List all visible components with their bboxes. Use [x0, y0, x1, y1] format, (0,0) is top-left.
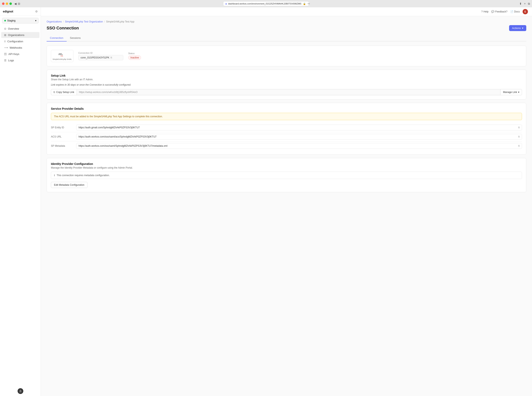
copy-setup-link-label: Copy Setup Link: [56, 91, 74, 93]
edit-metadata-label: Edit Metadata Configuration: [54, 183, 84, 186]
breadcrumb-org[interactable]: SimpleSAMLphp Test Organization: [65, 20, 103, 23]
env-status-dot: [4, 20, 6, 22]
page-title: SSO Connection: [47, 26, 79, 30]
sidebar-item-label: Logs: [8, 59, 14, 62]
svg-text:Simple: Simple: [59, 53, 62, 54]
chevron-down-icon: ▾: [522, 27, 523, 30]
titlebar-actions: ⬆ ＋ ⧉: [519, 2, 530, 6]
metadata-warning-text: This connection requires metadata config…: [57, 174, 110, 177]
copy-connection-id-icon[interactable]: ⎘: [111, 56, 112, 59]
help-icon: ?: [481, 10, 483, 13]
page-content: Organizations / SimpleSAMLphp Test Organ…: [41, 16, 532, 200]
copy-setup-link-button[interactable]: ⎘ Copy Setup Link: [51, 89, 77, 95]
docs-label: Docs: [514, 10, 520, 13]
service-provider-title: Service Provider Details: [51, 107, 522, 110]
sidebar-item-logs[interactable]: ☰ Logs: [1, 58, 40, 63]
manage-link-button[interactable]: Manage Link ▾: [500, 89, 522, 95]
new-tab-button[interactable]: ＋: [523, 2, 526, 6]
webhooks-icon: ⟶: [4, 46, 8, 49]
idp-title: Identity Provider Configuration: [51, 162, 522, 165]
share-button[interactable]: ⬆: [519, 2, 522, 5]
help-link[interactable]: ? Help: [481, 10, 488, 13]
acs-url-value-box: https://auth.workos.com/sso/saml/acs/Sph…: [76, 134, 522, 140]
tabs-button[interactable]: ⧉: [528, 2, 530, 6]
sidebar-header: edignot ⚙: [0, 7, 41, 16]
back-button[interactable]: ◀: [14, 2, 17, 5]
edit-metadata-button[interactable]: Edit Metadata Configuration: [51, 182, 88, 188]
copy-sp-metadata-icon[interactable]: ⎘: [518, 145, 520, 147]
acs-url-label: ACS URL: [51, 135, 73, 138]
setup-link-title: Setup Link: [51, 74, 522, 77]
api-keys-icon: ⚿: [4, 52, 7, 56]
service-provider-card: Service Provider Details The ACS URL mus…: [47, 103, 526, 155]
lock-icon: 🔒: [303, 2, 306, 5]
sidebar-item-label: Organizations: [8, 34, 24, 37]
svg-text:SAML: SAML: [60, 56, 63, 57]
sidebar-item-api-keys[interactable]: ⚿ API Keys: [1, 51, 40, 57]
svg-text:SAMLphp: SAMLphp: [58, 54, 63, 55]
copy-acs-url-icon[interactable]: ⎘: [518, 135, 520, 138]
setup-link-card: Setup Link Share the Setup Link with an …: [47, 70, 526, 99]
sidebar-bottom: [0, 386, 41, 396]
configuration-icon: ⁞⁞: [4, 40, 6, 43]
info-icon: ℹ: [54, 174, 55, 177]
sp-entity-id-row: SP Entity ID https://auth.gmail.com/Sphn…: [51, 123, 522, 132]
connection-id-label: Connection ID: [78, 52, 123, 54]
env-selector-left: Staging: [4, 19, 16, 22]
sp-metadata-value: https://auth.workos.com/sso/saml/SphndgM…: [78, 145, 167, 147]
sidebar-item-organizations[interactable]: ⊞ Organizations: [1, 32, 40, 38]
brand-name: edignot: [3, 10, 13, 13]
settings-icon[interactable]: ⚙: [35, 10, 38, 13]
topbar: ? Help 💬 Feedback? 📄 Docs E: [41, 7, 532, 16]
feedback-link[interactable]: 💬 Feedback?: [491, 10, 507, 13]
acs-warning-banner: The ACS URL must be added to the SimpleS…: [51, 113, 522, 120]
setup-link-row: ⎘ Copy Setup Link https://setup.workos.c…: [51, 89, 522, 95]
actions-label: Actions: [512, 27, 521, 30]
sidebar-item-overview[interactable]: ⊙ Overview: [1, 26, 40, 32]
sidebar-toggle[interactable]: ⊟: [18, 2, 20, 5]
tab-sessions[interactable]: Sessions: [67, 35, 84, 41]
copy-sp-entity-id-icon[interactable]: ⎘: [518, 126, 520, 129]
url-bar[interactable]: ● dashboard.workos.com/environment_01G25…: [223, 1, 309, 6]
help-label: Help: [484, 10, 489, 13]
actions-button[interactable]: Actions ▾: [509, 25, 526, 31]
feedback-icon: 💬: [491, 10, 494, 13]
url-text: dashboard.workos.com/environment_01G25ZH…: [228, 2, 301, 5]
copy-icon: ⎘: [53, 91, 55, 93]
setup-link-url: https://setup.workos.com/s/wKxcb9tj1IB5z…: [77, 89, 500, 95]
status-label: Status: [128, 52, 141, 55]
sidebar-item-label: Configuration: [7, 40, 23, 43]
docs-link[interactable]: 📄 Docs: [510, 10, 520, 13]
setup-link-desc: Share the Setup Link with an IT Admin.: [51, 78, 522, 81]
setup-link-warning: Link expires in 30 days or once the Conn…: [51, 83, 522, 86]
svg-point-1: [20, 390, 21, 391]
breadcrumb-organizations[interactable]: Organizations: [47, 20, 62, 23]
connection-info: Simple SAMLphp SAML SimpleSAMLphp SAML C…: [51, 50, 522, 62]
sp-entity-id-value-box: https://auth.gmail.com/SphndgMZhAkP0ZPS3…: [76, 125, 522, 130]
connection-card: Simple SAMLphp SAML SimpleSAMLphp SAML C…: [47, 46, 526, 66]
env-selector[interactable]: Staging ▾: [2, 18, 39, 23]
logs-icon: ☰: [4, 59, 6, 62]
close-button[interactable]: [2, 2, 5, 5]
minimize-button[interactable]: [6, 2, 8, 5]
feedback-label: Feedback?: [495, 10, 507, 13]
sidebar-item-webhooks[interactable]: ⟶ Webhooks: [1, 45, 40, 51]
manage-link-label: Manage Link: [503, 91, 517, 93]
tab-connection[interactable]: Connection: [47, 35, 67, 41]
organizations-icon: ⊞: [4, 34, 6, 37]
sidebar: edignot ⚙ Staging ▾ ⊙ Overview ⊞ Organiz…: [0, 7, 41, 396]
maximize-button[interactable]: [9, 2, 12, 5]
sidebar-item-label: Webhooks: [10, 46, 22, 49]
breadcrumb-sep-2: /: [104, 20, 105, 23]
sp-entity-id-value: https://auth.gmail.com/SphndgMZhAkP0ZPS3…: [78, 126, 140, 129]
site-icon: ●: [225, 2, 227, 5]
docs-icon: 📄: [510, 10, 513, 13]
breadcrumb-sep-1: /: [63, 20, 64, 23]
sidebar-item-configuration[interactable]: ⁞⁞ Configuration: [1, 38, 40, 44]
main-content: ? Help 💬 Feedback? 📄 Docs E Organization…: [41, 7, 532, 396]
user-avatar: [18, 388, 23, 394]
user-avatar-topbar[interactable]: E: [523, 9, 528, 14]
connection-id-box: conn_01GPEGG43Y51PK ⎘: [78, 55, 123, 60]
sp-entity-id-label: SP Entity ID: [51, 126, 73, 129]
warning-text: The ACS URL must be added to the SimpleS…: [54, 115, 163, 118]
